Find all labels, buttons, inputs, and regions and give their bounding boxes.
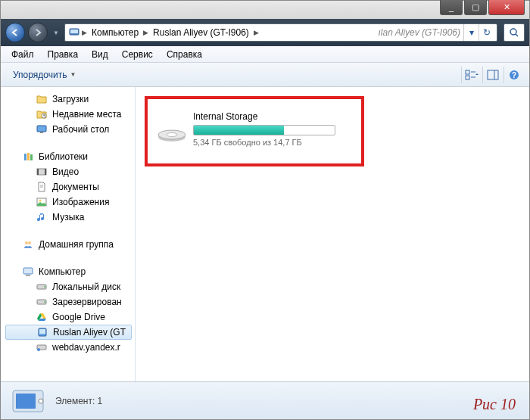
menu-edit[interactable]: Правка bbox=[42, 48, 85, 61]
address-bar[interactable]: ▶ Компьютер ▶ Ruslan Aliyev (GT-I906) ▶ … bbox=[64, 23, 497, 42]
sidebar-item-label: Рабочий стол bbox=[52, 124, 109, 135]
sidebar-item-documents[interactable]: Документы bbox=[2, 179, 135, 194]
drive-icon bbox=[36, 281, 48, 293]
sidebar-item-desktop[interactable]: Рабочий стол bbox=[2, 122, 135, 137]
sidebar-item-downloads[interactable]: Загрузки bbox=[2, 92, 135, 107]
address-hint: ılan Aliyev (GT-I906) bbox=[379, 27, 464, 38]
pictures-icon bbox=[36, 196, 48, 208]
svg-rect-41 bbox=[16, 394, 36, 409]
svg-rect-34 bbox=[39, 329, 45, 334]
sidebar-item-webdav[interactable]: webdav.yandex.r bbox=[2, 340, 135, 355]
device-icon bbox=[68, 26, 80, 39]
status-text: Элемент: 1 bbox=[55, 396, 102, 406]
content-pane: Internal Storage 5,34 ГБ свободно из 14,… bbox=[136, 87, 529, 381]
video-icon bbox=[36, 166, 48, 178]
sidebar-item-label: Библиотеки bbox=[39, 151, 88, 162]
storage-drive-icon bbox=[157, 122, 187, 143]
menu-help[interactable]: Справка bbox=[161, 48, 208, 61]
highlighted-drive: Internal Storage 5,34 ГБ свободно из 14,… bbox=[145, 96, 364, 166]
preview-pane-button[interactable] bbox=[482, 67, 502, 83]
sidebar-item-video[interactable]: Видео bbox=[2, 164, 135, 179]
svg-point-42 bbox=[39, 399, 43, 403]
chevron-right-icon[interactable]: ▶ bbox=[252, 29, 260, 36]
svg-point-24 bbox=[39, 200, 42, 202]
sidebar-item-label: Недавние места bbox=[52, 109, 121, 120]
svg-rect-15 bbox=[24, 154, 26, 160]
window-maximize-button[interactable]: ▢ bbox=[464, 0, 487, 15]
svg-point-36 bbox=[37, 348, 40, 351]
sidebar-item-label: Загрузки bbox=[52, 94, 89, 104]
sidebar-item-label: webdav.yandex.r bbox=[52, 342, 120, 353]
sidebar-item-label: Видео bbox=[52, 166, 79, 177]
sidebar-item-music[interactable]: Музыка bbox=[2, 210, 135, 225]
sidebar-item-label: Компьютер bbox=[39, 266, 86, 277]
organize-button[interactable]: Упорядочить▼ bbox=[7, 67, 82, 82]
sidebar-item-label: Локальный диск bbox=[52, 282, 120, 292]
window-minimize-button[interactable]: _ bbox=[440, 0, 463, 15]
homegroup-icon bbox=[22, 238, 34, 250]
drive-icon bbox=[36, 296, 48, 308]
menu-service[interactable]: Сервис bbox=[116, 48, 159, 61]
refresh-button[interactable]: ↻ bbox=[479, 24, 494, 41]
documents-icon bbox=[36, 181, 48, 193]
svg-point-2 bbox=[510, 29, 516, 35]
address-dropdown-button[interactable]: ▾ bbox=[463, 24, 479, 41]
sidebar-item-label: Музыка bbox=[52, 212, 84, 222]
sidebar-item-label: Изображения bbox=[52, 197, 109, 207]
svg-rect-28 bbox=[26, 275, 30, 276]
svg-rect-13 bbox=[37, 126, 46, 132]
drive-free-text: 5,34 ГБ свободно из 14,7 ГБ bbox=[193, 138, 343, 147]
music-icon bbox=[36, 211, 48, 223]
sidebar-item-label: Зарезервирован bbox=[52, 297, 122, 307]
svg-rect-17 bbox=[30, 154, 33, 160]
svg-rect-8 bbox=[488, 70, 498, 79]
nav-forward-button[interactable] bbox=[28, 23, 48, 42]
svg-rect-27 bbox=[23, 268, 33, 274]
device-icon bbox=[36, 326, 48, 338]
search-button[interactable] bbox=[504, 23, 525, 42]
figure-caption: Рис 10 bbox=[473, 396, 516, 413]
menu-bar: Файл Правка Вид Сервис Справка bbox=[1, 46, 529, 63]
navigation-tree: Загрузки Недавние места Рабочий стол Биб… bbox=[1, 87, 136, 381]
svg-rect-20 bbox=[45, 169, 46, 175]
breadcrumb-item[interactable]: Ruslan Aliyev (GT-I906) bbox=[150, 27, 252, 38]
window-close-button[interactable]: ✕ bbox=[488, 0, 525, 15]
libraries-icon bbox=[22, 151, 34, 163]
window-titlebar: _ ▢ ✕ bbox=[1, 1, 529, 19]
svg-rect-4 bbox=[466, 70, 469, 74]
device-large-icon bbox=[10, 387, 46, 415]
sidebar-item-reserved[interactable]: Зарезервирован bbox=[2, 294, 135, 310]
view-options-button[interactable] bbox=[461, 67, 481, 83]
folder-icon bbox=[36, 93, 48, 105]
svg-rect-5 bbox=[466, 76, 469, 79]
sidebar-item-computer[interactable]: Компьютер bbox=[2, 264, 135, 279]
sidebar-item-label: Ruslan Aliyev (GT bbox=[53, 327, 126, 338]
sidebar-item-device-selected[interactable]: Ruslan Aliyev (GT bbox=[5, 325, 132, 340]
sidebar-item-label: Домашняя группа bbox=[39, 239, 114, 250]
desktop-icon bbox=[36, 123, 48, 135]
nav-back-button[interactable] bbox=[5, 23, 25, 42]
nav-history-dropdown[interactable]: ▼ bbox=[51, 23, 61, 42]
sidebar-item-pictures[interactable]: Изображения bbox=[2, 194, 135, 210]
help-button[interactable]: ? bbox=[504, 67, 523, 83]
sidebar-item-label: Google Drive bbox=[52, 312, 105, 322]
menu-file[interactable]: Файл bbox=[5, 48, 40, 61]
sidebar-item-label: Документы bbox=[52, 182, 99, 192]
sidebar-item-recent[interactable]: Недавние места bbox=[2, 107, 135, 122]
svg-point-25 bbox=[25, 241, 28, 244]
chevron-right-icon[interactable]: ▶ bbox=[142, 29, 150, 36]
sidebar-item-local-disk[interactable]: Локальный диск bbox=[2, 279, 135, 294]
recent-icon bbox=[36, 108, 48, 120]
breadcrumb-item[interactable]: Компьютер bbox=[89, 27, 142, 38]
menu-view[interactable]: Вид bbox=[86, 48, 114, 61]
svg-point-30 bbox=[44, 286, 45, 288]
network-drive-icon bbox=[36, 341, 48, 353]
drive-item[interactable]: Internal Storage 5,34 ГБ свободно из 14,… bbox=[193, 111, 343, 147]
svg-rect-14 bbox=[40, 132, 43, 133]
sidebar-item-libraries[interactable]: Библиотеки bbox=[2, 149, 135, 164]
toolbar: Упорядочить▼ ? bbox=[1, 63, 529, 87]
chevron-right-icon[interactable]: ▶ bbox=[80, 29, 89, 36]
sidebar-item-homegroup[interactable]: Домашняя группа bbox=[2, 237, 135, 252]
drive-name: Internal Storage bbox=[193, 111, 343, 122]
sidebar-item-google-drive[interactable]: Google Drive bbox=[2, 310, 135, 325]
